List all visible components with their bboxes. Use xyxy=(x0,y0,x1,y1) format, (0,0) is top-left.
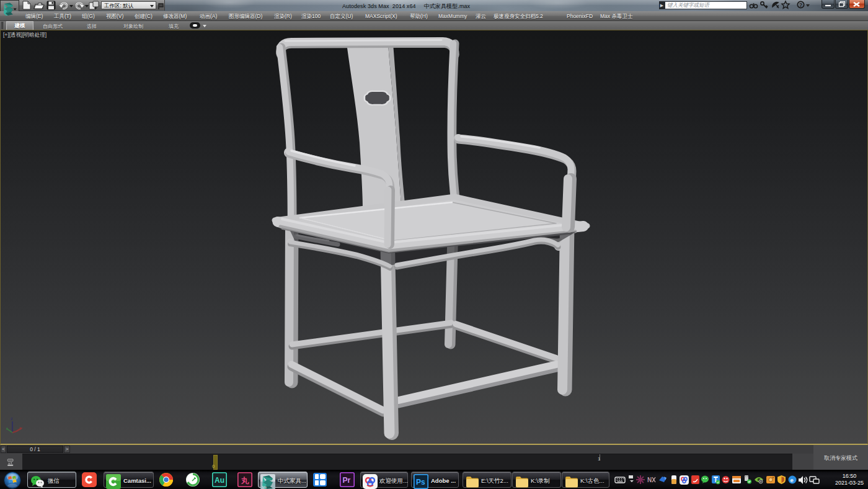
svg-text:Ps: Ps xyxy=(416,478,425,487)
svg-text:Pr: Pr xyxy=(343,476,351,485)
svg-text:z: z xyxy=(11,416,13,421)
svg-text:丸: 丸 xyxy=(241,476,250,485)
svg-text:e: e xyxy=(790,477,794,483)
svg-text:N: N xyxy=(647,477,652,483)
svg-text:Au: Au xyxy=(215,476,224,485)
svg-text:3ds: 3ds xyxy=(262,485,267,489)
svg-text:?: ? xyxy=(799,2,803,8)
